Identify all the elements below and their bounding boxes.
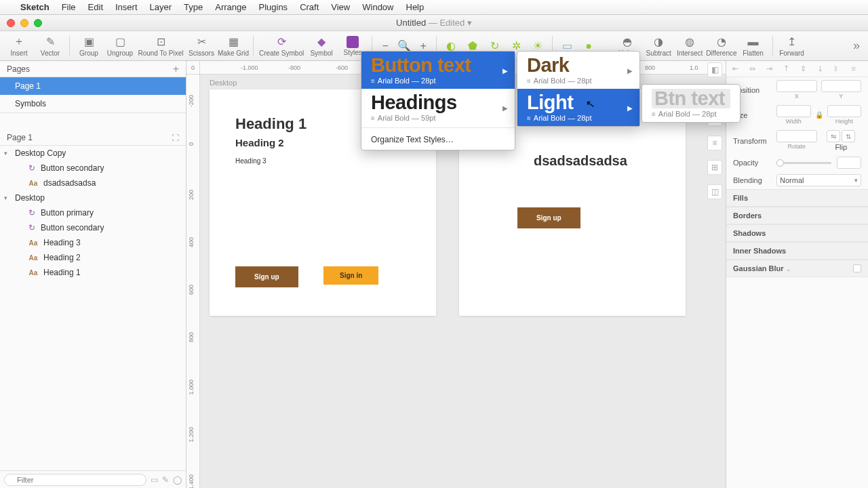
- tb-ungroup[interactable]: ▢Ungroup: [105, 35, 135, 57]
- menu-edit[interactable]: Edit: [88, 2, 103, 12]
- layer-group-desktop[interactable]: ▾Desktop: [0, 190, 186, 205]
- flip-v-button[interactable]: ⇅: [842, 130, 855, 142]
- text-styles-dropdown: Button text ≡Arial Bold — 28pt ▶ Heading…: [361, 51, 515, 150]
- menu-layer[interactable]: Layer: [150, 2, 172, 12]
- distribute-v-icon[interactable]: ≡: [851, 64, 862, 74]
- style-button-text[interactable]: Button text ≡Arial Bold — 28pt ▶: [361, 52, 515, 89]
- button-primary-signup: Sign up: [235, 266, 298, 287]
- chevron-right-icon: ▶: [502, 66, 508, 74]
- tb-intersect[interactable]: ◍Intersect: [675, 35, 705, 57]
- opacity-slider[interactable]: [776, 162, 831, 164]
- fills-section[interactable]: Fills: [726, 189, 868, 207]
- menu-view[interactable]: View: [331, 2, 350, 12]
- layer-button-primary[interactable]: ↻Button primary: [0, 205, 186, 220]
- minimize-window[interactable]: [20, 19, 28, 27]
- y-input[interactable]: [821, 80, 862, 92]
- tb-forward[interactable]: ↥Forward: [777, 35, 807, 57]
- layer-heading1[interactable]: AaHeading 1: [0, 265, 186, 280]
- variant-light[interactable]: Light ≡Arial Bold — 28pt ▶: [517, 89, 639, 126]
- filter-icon-3[interactable]: ◯: [173, 475, 182, 485]
- tb-difference[interactable]: ◔Difference: [706, 35, 736, 57]
- menu-craft[interactable]: Craft: [300, 2, 319, 12]
- variant-dark[interactable]: Dark ≡Arial Bold — 28pt ▶: [517, 52, 639, 89]
- menu-file[interactable]: File: [62, 2, 76, 12]
- text-dsad: dsadsadsadsa: [534, 153, 627, 169]
- heading-2-text: Heading 2: [235, 137, 284, 148]
- expand-icon[interactable]: ⛶: [172, 134, 179, 142]
- tb-subtract[interactable]: ◑Subtract: [644, 35, 673, 57]
- mode-icon-1[interactable]: ◧: [707, 62, 722, 77]
- tb-scissors[interactable]: ✂Scissors: [186, 35, 216, 57]
- macos-menubar: Sketch File Edit Insert Layer Type Arran…: [0, 0, 868, 15]
- height-input[interactable]: [827, 105, 862, 117]
- inner-shadows-section[interactable]: Inner Shadows: [726, 242, 868, 260]
- layer-text-dsad[interactable]: Aadsadsadsadsa: [0, 176, 186, 190]
- close-window[interactable]: [7, 19, 15, 27]
- heading-1-text: Heading 1: [235, 115, 307, 133]
- gaussian-blur-section[interactable]: Gaussian Blur ⌄: [726, 260, 868, 277]
- shadows-section[interactable]: Shadows: [726, 224, 868, 242]
- rotate-input[interactable]: [776, 130, 817, 142]
- filter-bar: ▭ ✎ ◯: [0, 470, 186, 488]
- menu-insert[interactable]: Insert: [115, 2, 138, 12]
- tb-group[interactable]: ▣Group: [74, 35, 104, 57]
- page-row-page1[interactable]: Page 1: [0, 77, 186, 95]
- mode-icon-5[interactable]: ⊞: [707, 160, 722, 175]
- mode-icon-6[interactable]: ◫: [707, 184, 722, 199]
- menu-window[interactable]: Window: [362, 2, 393, 12]
- align-center-h-icon[interactable]: ⇔: [749, 64, 760, 74]
- filter-input[interactable]: [4, 474, 146, 486]
- tb-vector[interactable]: ✎Vector: [35, 35, 65, 57]
- layer-heading2[interactable]: AaHeading 2: [0, 250, 186, 265]
- pages-header: Pages +: [0, 61, 186, 77]
- x-input[interactable]: [776, 80, 817, 92]
- tb-create-symbol[interactable]: ⟳Create Symbol: [258, 35, 305, 57]
- organize-text-styles[interactable]: Organize Text Styles…: [361, 129, 515, 150]
- width-input[interactable]: [776, 105, 811, 117]
- borders-section[interactable]: Borders: [726, 207, 868, 224]
- text-style-preview: Btn text ≡Arial Bold — 28pt: [642, 84, 741, 123]
- align-top-icon[interactable]: ⤒: [783, 64, 794, 74]
- distribute-h-icon[interactable]: ⫴: [834, 64, 845, 74]
- page-row-symbols[interactable]: Symbols: [0, 95, 186, 113]
- menu-type[interactable]: Type: [184, 2, 203, 12]
- align-left-icon[interactable]: ⇤: [732, 64, 743, 74]
- layer-button-secondary-2[interactable]: ↻Button secondary: [0, 220, 186, 235]
- gaussian-checkbox[interactable]: [853, 264, 861, 272]
- layer-group-desktop-copy[interactable]: ▾Desktop Copy: [0, 146, 186, 161]
- chevron-right-icon: ▶: [502, 104, 508, 111]
- tb-make-grid[interactable]: ▦Make Grid: [218, 35, 249, 57]
- tb-insert[interactable]: ＋Insert: [4, 35, 34, 57]
- section-header: Page 1 ⛶: [0, 129, 186, 146]
- flip-h-button[interactable]: ⇋: [827, 130, 840, 142]
- tb-symbol[interactable]: ◆Symbol: [307, 35, 336, 57]
- menu-plugins[interactable]: Plugins: [258, 2, 288, 12]
- align-bottom-icon[interactable]: ⤓: [817, 64, 828, 74]
- filter-icon-2[interactable]: ✎: [162, 475, 169, 485]
- toolbar-overflow[interactable]: »: [853, 39, 864, 53]
- opacity-input[interactable]: [837, 157, 861, 169]
- mode-icon-4[interactable]: ≡: [707, 136, 722, 150]
- menu-arrange[interactable]: Arrange: [215, 2, 246, 12]
- artboard-label-1[interactable]: Desktop: [210, 79, 237, 87]
- text-style-variants-dropdown: Dark ≡Arial Bold — 28pt ▶ Light ≡Arial B…: [517, 51, 640, 127]
- layer-heading3[interactable]: AaHeading 3: [0, 235, 186, 250]
- menu-help[interactable]: Help: [406, 2, 425, 12]
- button-primary-signup-2: Sign up: [517, 207, 580, 228]
- add-page-icon[interactable]: +: [173, 63, 179, 75]
- blending-select[interactable]: Normal▾: [776, 174, 861, 186]
- app-name[interactable]: Sketch: [20, 2, 50, 12]
- filter-icon-1[interactable]: ▭: [151, 475, 158, 485]
- align-right-icon[interactable]: ⇥: [766, 64, 777, 74]
- canvas-mode-icons: ◧ ▤ ☰ ≡ ⊞ ◫: [705, 62, 724, 199]
- align-center-v-icon[interactable]: ⇕: [800, 64, 811, 74]
- traffic-lights: [7, 19, 42, 27]
- zoom-window[interactable]: [34, 19, 42, 27]
- style-headings[interactable]: Headings ≡Arial Bold — 59pt ▶: [361, 89, 515, 126]
- tb-round-to-pixel[interactable]: ⊡Round To Pixel: [136, 35, 185, 57]
- preview-btn-text[interactable]: Btn text ≡Arial Bold — 28pt: [642, 85, 740, 122]
- window-title: Untitled — Edited ▾: [396, 18, 472, 28]
- layer-button-secondary-1[interactable]: ↻Button secondary: [0, 161, 186, 176]
- lock-aspect-icon[interactable]: 🔒: [815, 105, 823, 125]
- tb-flatten[interactable]: ▬Flatten: [738, 35, 768, 57]
